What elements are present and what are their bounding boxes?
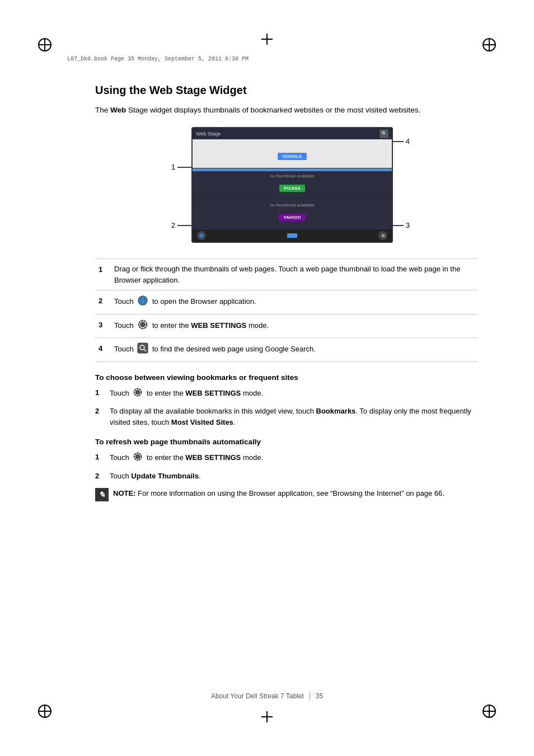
instr-num-1: 1	[95, 259, 111, 290]
svg-point-12	[140, 322, 145, 327]
search-icon-inline	[137, 342, 148, 357]
instructions-table: 1 Drag or flick through the thumbnails o…	[95, 259, 478, 362]
no-thumb-2: no thumbnail available	[270, 203, 315, 208]
footer: About Your Dell Streak 7 Tablet 35	[0, 692, 534, 700]
footer-center: About Your Dell Streak 7 Tablet 35	[211, 692, 323, 700]
gear-icon-inline-3	[133, 452, 143, 465]
widget-row-yahoo: no thumbnail available YAHOO!	[193, 200, 392, 229]
google-badge: GOOGLE	[278, 153, 306, 160]
sub2-num-1: 1	[95, 452, 106, 465]
subsection-2-title: To refresh web page thumbnails automatic…	[95, 438, 478, 446]
reg-mark-tl	[38, 38, 51, 51]
note-icon: ✎	[95, 488, 109, 501]
svg-point-21	[136, 455, 140, 459]
instruction-row-4: 4 Touch to find the desired web page usi…	[95, 338, 478, 362]
sub1-num-2: 2	[95, 406, 106, 428]
page-number: 35	[316, 692, 323, 700]
widget-search-btn: 🔍	[380, 129, 388, 138]
sub2-item-2: 2 Touch Update Thumbnails.	[95, 471, 478, 482]
intro-paragraph: The Web Stage widget displays thumbnails…	[95, 105, 478, 116]
footer-text: About Your Dell Streak 7 Tablet	[211, 692, 304, 700]
instruction-row-2: 2 Touch to open the Browser application.	[95, 290, 478, 314]
sub2-item-1: 1 Touch to enter the WEB SETTINGS mode.	[95, 452, 478, 465]
instr-text-3: Touch to enter the WEB SETTINGS mode.	[111, 314, 478, 338]
svg-rect-15	[138, 343, 148, 353]
reg-mark-tr	[483, 38, 496, 51]
reg-bottom-center	[261, 711, 273, 722]
svg-text:✎: ✎	[99, 490, 105, 499]
instr-num-3: 3	[95, 314, 111, 338]
instruction-row-3: 3 Touch to enter the WEB SETTINGS mode.	[95, 314, 478, 338]
sub1-text-2: To display all the available bookmarks i…	[110, 406, 478, 428]
widget-row-google: GOOGLE	[193, 139, 392, 168]
sub1-num-1: 1	[95, 387, 106, 401]
instr-num-4: 4	[95, 338, 111, 362]
footer-separator	[310, 692, 310, 700]
instr-text-4: Touch to find the desired web page using…	[111, 338, 478, 362]
widget-row-picasa: no thumbnail available PICASA	[193, 171, 392, 200]
widget-image-container: 1 2 3 4 Web Stage 🔍 GOOGLE	[163, 127, 410, 243]
note-text: NOTE: For more information on using the …	[113, 488, 444, 499]
subsection-2-list: 1 Touch to enter the WEB SETTINGS mode. …	[95, 452, 478, 481]
sub1-item-1: 1 Touch to enter the WEB SETTINGS mode.	[95, 387, 478, 401]
gear-icon-inline-1	[137, 319, 148, 334]
instr-text-1: Drag or flick through the thumbnails of …	[111, 259, 478, 290]
widget-blue-rect	[287, 233, 297, 238]
instr-text-2: Touch to open the Browser application.	[111, 290, 478, 314]
sub2-text-1: Touch to enter the WEB SETTINGS mode.	[110, 452, 263, 465]
sub2-text-2: Touch Update Thumbnails.	[110, 471, 201, 482]
reg-top-center	[261, 34, 273, 45]
subsection-1-list: 1 Touch to enter the WEB SETTINGS mode. …	[95, 387, 478, 428]
note-box: ✎ NOTE: For more information on using th…	[95, 488, 478, 501]
main-content: Using the Web Stage Widget The Web Stage…	[95, 84, 478, 501]
globe-icon-inline	[137, 295, 148, 309]
widget-title-bar: Web Stage 🔍	[193, 128, 392, 139]
widget-gear-icon-bottom: ⚙	[378, 231, 387, 240]
sub1-item-2: 2 To display all the available bookmarks…	[95, 406, 478, 428]
widget-bottom-bar: ⚙	[193, 229, 392, 242]
section-title: Using the Web Stage Widget	[95, 84, 478, 97]
instruction-row-1: 1 Drag or flick through the thumbnails o…	[95, 259, 478, 290]
widget-title-text: Web Stage	[196, 131, 221, 137]
sub1-text-1: Touch to enter the WEB SETTINGS mode.	[110, 387, 263, 401]
reg-mark-bl	[38, 705, 51, 718]
reg-mark-br	[483, 705, 496, 718]
picasa-badge: PICASA	[279, 185, 305, 192]
subsection-1-title: To choose between viewing bookmarks or f…	[95, 373, 478, 382]
yahoo-badge: YAHOO!	[279, 214, 305, 221]
instr-num-2: 2	[95, 290, 111, 314]
widget-globe-icon	[197, 231, 206, 240]
header-meta: L07_bk0.book Page 35 Monday, September 5…	[67, 56, 467, 62]
sub2-num-2: 2	[95, 471, 106, 482]
svg-point-18	[136, 390, 140, 394]
widget-screenshot: Web Stage 🔍 GOOGLE no thumbnail availabl…	[191, 127, 393, 243]
no-thumb-1: no thumbnail available	[270, 173, 315, 179]
gear-icon-inline-2	[133, 387, 143, 401]
intro-bold: Web	[110, 106, 126, 114]
